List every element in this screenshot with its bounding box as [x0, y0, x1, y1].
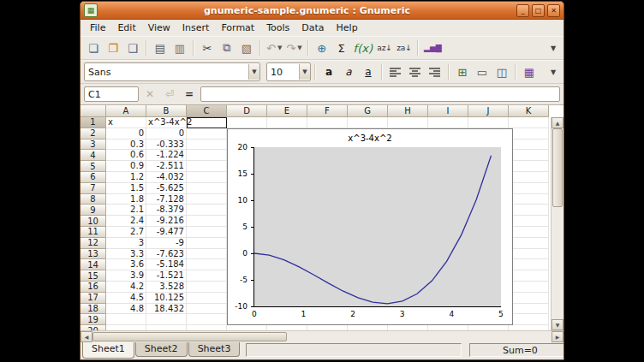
cell-A10[interactable]: 2.4 [106, 216, 146, 227]
menu-insert[interactable]: Insert [176, 21, 216, 34]
cell-K9[interactable] [509, 205, 549, 216]
cell-B2[interactable]: 0 [146, 128, 187, 139]
cell-A11[interactable]: 2.7 [106, 227, 146, 238]
hyperlink-button[interactable]: ⊕ [313, 39, 331, 57]
row-header-3[interactable]: 3 [80, 139, 106, 151]
align-center-button[interactable] [406, 62, 425, 81]
toolbar-overflow-button[interactable]: ▼ [546, 39, 560, 57]
align-right-button[interactable] [426, 62, 444, 81]
cell-C13[interactable] [187, 249, 227, 260]
cell-C7[interactable] [187, 183, 227, 194]
cell-A6[interactable]: 1.2 [106, 172, 146, 183]
row-header-19[interactable]: 19 [80, 314, 106, 325]
chevron-down-icon[interactable]: ▼ [248, 64, 259, 80]
row-header-13[interactable]: 13 [80, 249, 106, 260]
formula-input[interactable] [200, 86, 560, 102]
toolbar-overflow-button[interactable]: ▼ [546, 62, 560, 81]
menu-view[interactable]: View [142, 21, 176, 34]
titlebar[interactable]: ▦ gnumeric-sample.gnumeric : Gnumeric _ … [80, 2, 564, 20]
cell-K16[interactable] [509, 282, 549, 293]
cell-K17[interactable] [509, 293, 549, 304]
embedded-chart[interactable]: x^3-4x^2 20151050-5-10 012345 [227, 128, 513, 325]
horizontal-scrollbar[interactable]: ◀ ▶ [80, 330, 564, 342]
cell-K3[interactable] [509, 139, 549, 151]
cell-C15[interactable] [187, 270, 227, 282]
cell-D20[interactable] [227, 325, 267, 330]
cell-B20[interactable] [146, 325, 187, 330]
cell-G1[interactable] [348, 117, 388, 128]
new-file-button[interactable]: ❏ [84, 39, 103, 57]
column-header-K[interactable]: K [509, 105, 549, 117]
open-file-button[interactable]: ❐ [104, 39, 122, 57]
scroll-left-arrow-icon[interactable]: ◀ [80, 331, 92, 342]
cell-A13[interactable]: 3.3 [106, 249, 146, 260]
vertical-scroll-track[interactable] [552, 207, 564, 319]
menu-edit[interactable]: Edit [111, 21, 141, 34]
cell-C4[interactable] [187, 150, 227, 161]
cell-C5[interactable] [187, 161, 227, 172]
cancel-entry-button[interactable]: ✕ [141, 86, 158, 103]
vertical-scroll-thumb[interactable] [552, 128, 563, 207]
cell-A19[interactable] [106, 314, 146, 325]
sort-ascending-button[interactable]: az↓ [375, 39, 394, 57]
menu-data[interactable]: Data [295, 21, 330, 34]
row-header-15[interactable]: 15 [80, 270, 106, 282]
cell-K20[interactable] [509, 325, 549, 330]
split-cells-button[interactable]: ◫ [492, 62, 511, 81]
cell-C20[interactable] [187, 325, 227, 330]
cell-I20[interactable] [428, 325, 468, 330]
cell-A17[interactable]: 4.5 [106, 293, 146, 304]
cut-button[interactable]: ✂ [198, 39, 217, 57]
cell-C14[interactable] [187, 259, 227, 270]
menu-tools[interactable]: Tools [260, 21, 295, 34]
chevron-down-icon[interactable]: ▼ [299, 64, 310, 80]
cell-B3[interactable]: -0.333 [146, 139, 187, 151]
cell-B16[interactable]: 3.528 [146, 282, 187, 293]
row-header-20[interactable]: 20 [80, 325, 106, 330]
row-header-2[interactable]: 2 [80, 128, 106, 139]
save-file-button[interactable]: ❑ [123, 39, 142, 57]
row-header-14[interactable]: 14 [80, 259, 106, 270]
cell-K4[interactable] [509, 150, 549, 161]
cell-B1[interactable]: x^3-4x^2 [146, 117, 187, 128]
cell-A7[interactable]: 1.5 [106, 183, 146, 194]
cell-C11[interactable] [187, 227, 227, 238]
column-header-J[interactable]: J [468, 105, 509, 117]
paste-button[interactable]: ▧ [237, 39, 256, 57]
cell-C12[interactable] [187, 238, 227, 249]
cell-B6[interactable]: -4.032 [146, 172, 187, 183]
cell-C8[interactable] [187, 194, 227, 205]
cell-C3[interactable] [187, 139, 227, 151]
tab-sheet3[interactable]: Sheet3 [188, 342, 241, 357]
cell-A14[interactable]: 3.6 [106, 259, 146, 270]
cell-A1[interactable]: x [106, 117, 146, 128]
horizontal-scroll-track[interactable] [287, 331, 552, 342]
row-header-4[interactable]: 4 [80, 150, 106, 161]
scroll-down-arrow-icon[interactable]: ▼ [552, 319, 564, 330]
font-size-select[interactable]: 10 ▼ [266, 62, 311, 81]
bold-button[interactable]: a [319, 62, 338, 81]
cell-C16[interactable] [187, 282, 227, 293]
cell-E1[interactable] [267, 117, 307, 128]
horizontal-scroll-thumb[interactable] [92, 332, 287, 341]
row-header-1[interactable]: 1 [80, 117, 106, 128]
cell-B4[interactable]: -1.224 [146, 150, 187, 161]
column-header-E[interactable]: E [267, 105, 307, 117]
row-header-11[interactable]: 11 [80, 227, 106, 238]
row-header-17[interactable]: 17 [80, 293, 106, 304]
cell-F1[interactable] [307, 117, 348, 128]
row-header-7[interactable]: 7 [80, 183, 106, 194]
menu-format[interactable]: Format [215, 21, 260, 34]
cell-reference-box[interactable]: C1 [84, 86, 139, 102]
print-preview-button[interactable]: ▥ [170, 39, 189, 57]
row-header-9[interactable]: 9 [80, 205, 106, 216]
cell-A4[interactable]: 0.6 [106, 150, 146, 161]
scroll-right-arrow-icon[interactable]: ▶ [552, 331, 564, 342]
row-header-18[interactable]: 18 [80, 304, 106, 315]
cell-K10[interactable] [509, 216, 549, 227]
column-header-G[interactable]: G [348, 105, 388, 117]
print-button[interactable]: ▤ [151, 39, 170, 57]
tab-scroll-area[interactable] [246, 343, 462, 357]
cell-G20[interactable] [348, 325, 388, 330]
cell-C9[interactable] [187, 205, 227, 216]
